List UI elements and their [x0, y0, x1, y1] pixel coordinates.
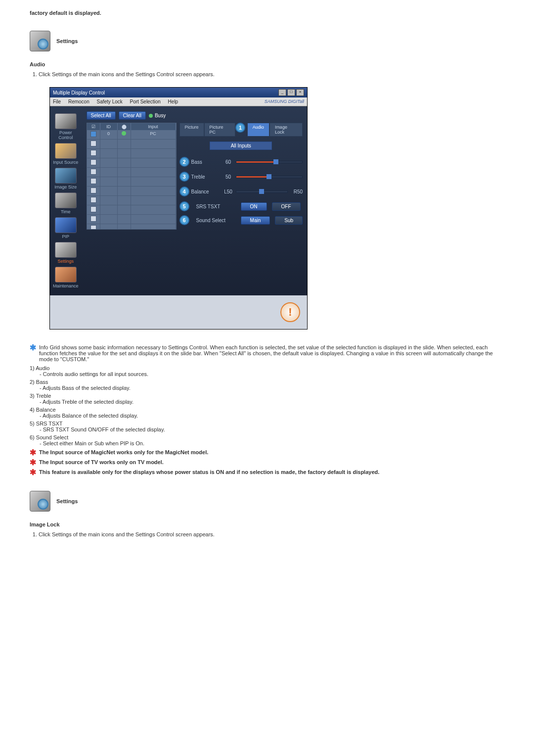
settings-panel: Picture Picture PC 1 Audio Image Lock Al…	[179, 123, 303, 230]
red-note-2: ✱The Input source of TV works only on TV…	[30, 459, 504, 466]
audio-subtitle: Audio	[30, 61, 504, 67]
red-note-2-text: The Input source of TV works only on TV …	[39, 459, 164, 465]
grid-header-status: ⬤	[118, 123, 131, 130]
row-checkbox[interactable]	[90, 197, 96, 203]
row-input: PC	[131, 130, 176, 139]
red-star-icon: ✱	[30, 449, 36, 456]
bass-value: 60	[221, 159, 236, 165]
sidebar-item-settings[interactable]: Settings	[53, 242, 79, 264]
tab-picture[interactable]: Picture	[179, 123, 204, 137]
note-1: 1) Audio- Controls audio settings for al…	[30, 365, 504, 377]
red-star-icon: ✱	[30, 459, 36, 466]
menu-remocon[interactable]: Remocon	[68, 99, 89, 104]
note-4: 4) Balance- Adjusts Balance of the selec…	[30, 407, 504, 419]
sound-main-button[interactable]: Main	[241, 216, 270, 225]
image-lock-subtitle: Image Lock	[30, 521, 504, 527]
grid-body[interactable]: 0 PC	[87, 130, 176, 229]
srs-on-button[interactable]: ON	[241, 202, 267, 211]
tab-image-lock[interactable]: Image Lock	[269, 123, 303, 137]
sidebar-label-pip: PIP	[62, 234, 70, 239]
menu-file[interactable]: File	[53, 99, 61, 104]
maintenance-icon	[55, 267, 77, 283]
row-id: 0	[100, 130, 118, 139]
minimize-button[interactable]: _	[278, 89, 286, 96]
tab-picture-pc[interactable]: Picture PC	[204, 123, 236, 137]
balance-value-r: R50	[288, 189, 303, 194]
row-checkbox[interactable]	[90, 150, 96, 156]
grid-header-input: Input	[131, 123, 176, 130]
balance-value-l: L50	[221, 189, 236, 194]
image-lock-steps: Click Settings of the main icons and the…	[39, 531, 504, 537]
marker-4: 4	[179, 187, 189, 196]
input-icon	[55, 143, 77, 159]
tab-audio[interactable]: Audio	[247, 123, 269, 137]
sidebar-item-pip[interactable]: PIP	[53, 217, 79, 239]
titlebar: Multiple Display Control _ □ ×	[50, 88, 307, 97]
top-continuation-text: factory default is displayed.	[30, 10, 504, 16]
busy-label: Busy	[155, 113, 166, 118]
audio-steps: Click Settings of the main icons and the…	[39, 71, 504, 77]
row-checkbox[interactable]	[90, 206, 96, 212]
sound-sub-button[interactable]: Sub	[275, 216, 303, 225]
info-grid: ☑ ID ⬤ Input 0 PC	[87, 123, 177, 230]
sidebar-item-time[interactable]: Time	[53, 192, 79, 214]
settings-heading-1: Settings	[30, 31, 504, 51]
red-note-3-text: This feature is available only for the d…	[39, 469, 379, 475]
menubar: File Remocon Safety Lock Port Selection …	[50, 97, 307, 106]
row-checkbox[interactable]	[90, 178, 96, 184]
menu-port-selection[interactable]: Port Selection	[130, 99, 161, 104]
sidebar-item-maintenance[interactable]: Maintenance	[53, 267, 79, 288]
image-size-icon	[55, 168, 77, 184]
settings-side-icon	[55, 242, 77, 258]
grid-header-check[interactable]: ☑	[87, 123, 100, 130]
marker-3: 3	[179, 172, 189, 182]
marker-2: 2	[179, 157, 189, 167]
maximize-button[interactable]: □	[287, 89, 295, 96]
busy-indicator: Busy	[149, 113, 166, 118]
red-note-3: ✱This feature is available only for the …	[30, 469, 504, 476]
sidebar-label-time: Time	[61, 209, 71, 214]
grid-row-0[interactable]: 0 PC	[87, 130, 176, 140]
window-title: Multiple Display Control	[53, 90, 105, 95]
image-lock-step-1: Click Settings of the main icons and the…	[39, 531, 504, 537]
settings-icon	[30, 491, 50, 512]
balance-slider[interactable]	[236, 190, 288, 193]
clear-all-button[interactable]: Clear All	[119, 111, 146, 120]
close-button[interactable]: ×	[296, 89, 304, 96]
sidebar-item-imgsize[interactable]: Image Size	[53, 168, 79, 189]
menu-help[interactable]: Help	[168, 99, 178, 104]
heading-2-label: Settings	[56, 498, 78, 504]
sound-select-row: 6 Sound Select Main Sub	[179, 215, 303, 225]
row-checkbox[interactable]	[90, 159, 96, 165]
srs-off-button[interactable]: OFF	[272, 202, 301, 211]
sidebar-label-settings: Settings	[58, 259, 74, 264]
time-icon	[55, 192, 77, 208]
row-checkbox[interactable]	[90, 169, 96, 175]
note-5: 5) SRS TSXT- SRS TSXT Sound ON/OFF of th…	[30, 421, 504, 432]
select-all-button[interactable]: Select All	[87, 111, 116, 120]
audio-step-1: Click Settings of the main icons and the…	[39, 71, 504, 77]
row-checkbox[interactable]	[90, 131, 96, 137]
settings-tabs: Picture Picture PC 1 Audio Image Lock	[179, 123, 303, 137]
row-checkbox[interactable]	[90, 141, 96, 146]
sidebar-item-power[interactable]: Power Control	[53, 113, 79, 140]
row-status-dot	[122, 131, 126, 136]
star-icon: ✱	[30, 344, 36, 351]
note-6: 6) Sound Select- Select either Main or S…	[30, 434, 504, 446]
marker-5: 5	[179, 201, 189, 211]
bass-slider[interactable]	[236, 161, 303, 163]
brand-label: SAMSUNG DIGITall	[265, 99, 304, 104]
numbered-notes: 1) Audio- Controls audio settings for al…	[30, 365, 504, 446]
row-checkbox[interactable]	[90, 188, 96, 193]
sidebar-label-input: Input Source	[53, 160, 78, 165]
row-checkbox[interactable]	[90, 216, 96, 222]
menu-safety-lock[interactable]: Safety Lock	[97, 99, 123, 104]
all-inputs-button[interactable]: All Inputs	[210, 142, 272, 150]
treble-slider[interactable]	[236, 176, 303, 178]
srs-label: SRS TSXT	[196, 204, 236, 209]
window-controls: _ □ ×	[278, 89, 304, 96]
sidebar-item-input[interactable]: Input Source	[53, 143, 79, 165]
grid-header: ☑ ID ⬤ Input	[87, 123, 176, 130]
row-checkbox[interactable]	[90, 225, 96, 229]
warning-icon: !	[280, 302, 300, 322]
